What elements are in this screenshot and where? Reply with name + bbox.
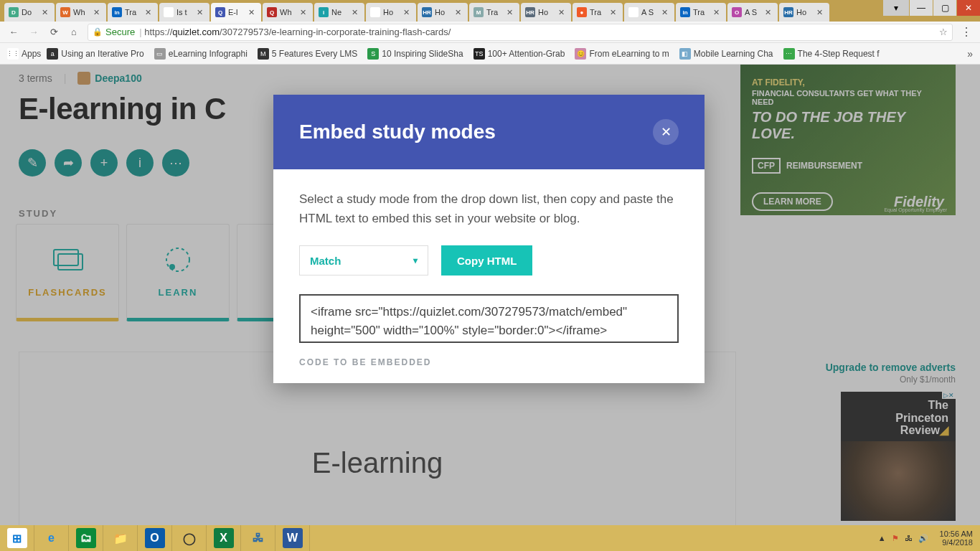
browser-tab[interactable]: QWh✕ [263, 3, 313, 22]
tab-label: Wh [73, 8, 92, 17]
tab-close-icon[interactable]: ✕ [816, 8, 825, 17]
tab-close-icon[interactable]: ✕ [403, 8, 412, 17]
bookmark-star-icon[interactable]: ☆ [939, 27, 948, 37]
tab-label: Is t [176, 8, 195, 17]
tab-label: Tra [125, 8, 143, 17]
tab-label: Tra [486, 8, 505, 17]
browser-tab[interactable]: MTra✕ [469, 3, 519, 22]
tab-close-icon[interactable]: ✕ [197, 8, 205, 17]
tab-close-icon[interactable]: ✕ [300, 8, 308, 17]
taskbar-app-icon: ◯ [179, 528, 199, 548]
browser-tab[interactable]: HRHo✕ [418, 3, 468, 22]
tab-close-icon[interactable]: ✕ [248, 8, 257, 17]
bookmarks-overflow[interactable]: » [967, 48, 973, 60]
browser-tab[interactable]: GIs t✕ [159, 3, 209, 22]
bookmark-item[interactable]: ▭eLearning Infographi [154, 48, 248, 60]
bookmark-item[interactable]: ⋯The 4-Step Request f [783, 48, 880, 60]
browser-tab[interactable]: HRHo✕ [521, 3, 571, 22]
taskbar-app-icon: 🖧 [248, 528, 268, 548]
taskbar-clock[interactable]: 10:56 AM 9/4/2018 [940, 529, 973, 547]
bookmark-item[interactable]: S10 Inspiring SlideSha [367, 48, 463, 60]
favicon-icon: ● [577, 7, 587, 17]
omnibox[interactable]: 🔒 Secure | https://quizlet.com/307279573… [88, 24, 953, 41]
taskbar-app-button[interactable]: 🗂 [69, 525, 103, 551]
favicon-icon: W [60, 7, 70, 17]
windows-taskbar: ⊞e🗂📁O◯X🖧W ▲ ⚑ 🖧 🔊 10:56 AM 9/4/2018 [0, 525, 980, 551]
tab-close-icon[interactable]: ✕ [507, 8, 515, 17]
browser-tab[interactable]: ●Tra✕ [573, 3, 623, 22]
close-icon: ✕ [661, 124, 672, 140]
window-close-button[interactable]: ✕ [957, 0, 980, 16]
browser-tab[interactable]: WWh✕ [56, 3, 106, 22]
taskbar-app-button[interactable]: 📁 [103, 525, 138, 551]
tray-network-icon[interactable]: 🖧 [905, 534, 913, 542]
tab-label: Ho [796, 8, 815, 17]
modal-description: Select a study mode from the drop down l… [299, 189, 679, 228]
taskbar-app-button[interactable]: ◯ [172, 525, 207, 551]
browser-tab[interactable]: ▭A S✕ [624, 3, 674, 22]
browser-tab[interactable]: HRHo✕ [779, 3, 829, 22]
code-label: CODE TO BE EMBEDDED [299, 357, 679, 367]
embed-code-textarea[interactable] [299, 294, 679, 343]
forward-button[interactable]: → [27, 26, 40, 39]
taskbar-app-button[interactable]: W [275, 525, 310, 551]
modal-close-button[interactable]: ✕ [653, 119, 679, 145]
minimize-button[interactable]: — [910, 0, 933, 16]
favicon-icon: Q [267, 7, 277, 17]
tab-close-icon[interactable]: ✕ [145, 8, 154, 17]
bookmark-favicon-icon: M [258, 48, 269, 60]
back-button[interactable]: ← [7, 26, 20, 39]
tab-close-icon[interactable]: ✕ [765, 8, 773, 17]
chrome-menu-button[interactable]: ⋮ [960, 25, 973, 39]
bookmark-item[interactable]: ◧Mobile Learning Cha [679, 48, 773, 60]
bookmark-item[interactable]: TS100+ Attention-Grab [473, 48, 565, 60]
browser-tab[interactable]: iNe✕ [314, 3, 364, 22]
bookmark-favicon-icon: ▭ [154, 48, 166, 60]
copy-html-button[interactable]: Copy HTML [441, 245, 532, 276]
taskbar-app-button[interactable]: ⊞ [0, 525, 34, 551]
taskbar-app-button[interactable]: e [34, 525, 69, 551]
bookmark-item[interactable]: aUsing an Iterative Pro [47, 48, 143, 60]
browser-tab[interactable]: QE-l✕ [211, 3, 261, 22]
tray-volume-icon[interactable]: 🔊 [918, 534, 928, 543]
tab-close-icon[interactable]: ✕ [455, 8, 463, 17]
taskbar-app-icon: e [42, 528, 62, 548]
favicon-icon: HR [525, 7, 535, 17]
reload-button[interactable]: ⟳ [47, 26, 60, 39]
taskbar-app-button[interactable]: O [138, 525, 172, 551]
bookmark-item[interactable]: M5 Features Every LMS [258, 48, 357, 60]
tab-label: A S [641, 8, 660, 17]
home-button[interactable]: ⌂ [67, 26, 80, 39]
browser-tab[interactable]: DDo✕ [4, 3, 55, 22]
tab-close-icon[interactable]: ✕ [558, 8, 567, 17]
tab-close-icon[interactable]: ✕ [352, 8, 360, 17]
favicon-icon: ▭ [628, 7, 639, 17]
tab-close-icon[interactable]: ✕ [610, 8, 618, 17]
tab-label: Ho [383, 8, 402, 17]
tray-overflow-icon[interactable]: ▲ [878, 534, 886, 542]
taskbar-app-button[interactable]: X [207, 525, 241, 551]
browser-tab[interactable]: inTra✕ [676, 3, 726, 22]
bookmark-label: 5 Features Every LMS [272, 49, 357, 59]
tab-label: Ho [435, 8, 453, 17]
bookmark-label: Using an Iterative Pro [61, 49, 143, 59]
tab-close-icon[interactable]: ✕ [93, 8, 102, 17]
bookmark-item[interactable]: 😊From eLearning to m [575, 48, 669, 60]
study-mode-select[interactable]: Match ▾ [299, 245, 428, 276]
apps-button[interactable]: ⋮⋮ Apps [7, 48, 41, 60]
favicon-icon: in [112, 7, 122, 17]
tab-close-icon[interactable]: ✕ [661, 8, 670, 17]
browser-tab[interactable]: NHo✕ [366, 3, 416, 22]
taskbar-app-button[interactable]: 🖧 [241, 525, 275, 551]
taskbar-app-icon: 📁 [110, 528, 131, 548]
browser-tab[interactable]: inTra✕ [108, 3, 158, 22]
favicon-icon: Q [215, 7, 225, 17]
browser-tab[interactable]: OA S✕ [727, 3, 778, 22]
user-menu[interactable]: ▾ [883, 0, 909, 16]
maximize-button[interactable]: ▢ [933, 0, 956, 16]
tab-close-icon[interactable]: ✕ [42, 8, 50, 17]
bookmark-label: 10 Inspiring SlideSha [382, 49, 463, 59]
tray-flag-icon[interactable]: ⚑ [892, 534, 899, 543]
tab-close-icon[interactable]: ✕ [713, 8, 722, 17]
chevron-down-icon: ▾ [413, 255, 418, 265]
